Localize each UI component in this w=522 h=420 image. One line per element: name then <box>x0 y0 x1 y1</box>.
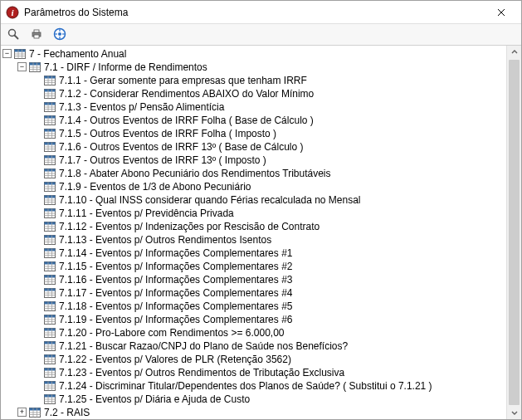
tree-item[interactable]: 7.1.18 - Eventos p/ Informações Compleme… <box>32 300 506 313</box>
svg-rect-136 <box>45 315 56 317</box>
tree-item[interactable]: 7.1.24 - Discriminar Titular/Dependentes… <box>32 379 506 393</box>
tree-item[interactable]: 7.1.6 - Outros Eventos de IRRF 13º ( Bas… <box>32 140 506 154</box>
tree-item[interactable]: 7.1.22 - Eventos p/ Valores de PLR (Rete… <box>32 353 506 366</box>
tree-item[interactable]: 7.1.19 - Eventos p/ Informações Compleme… <box>32 313 506 326</box>
expander-placeholder <box>32 341 41 350</box>
tree-item[interactable]: −7.1 - DIRF / Informe de Rendimentos <box>17 61 506 74</box>
tree-item[interactable]: +7.2 - RAIS <box>17 406 506 419</box>
svg-rect-160 <box>45 368 56 370</box>
tree-item[interactable]: 7.1.20 - Pro-Labore com Rendimentos >= 6… <box>32 326 506 339</box>
client-area: −7 - Fechamento Anual−7.1 - DIRF / Infor… <box>1 46 521 419</box>
scroll-up-button[interactable] <box>507 46 521 60</box>
tree-item-label: 7.1.9 - Eventos de 1/3 de Abono Pecuniár… <box>59 180 251 193</box>
tree-item[interactable]: 7.1.3 - Eventos p/ Pensão Alimentícia <box>32 100 506 114</box>
search-icon <box>7 27 20 41</box>
expand-toggle[interactable]: + <box>17 408 27 417</box>
expander-placeholder <box>32 354 41 364</box>
print-button[interactable] <box>26 24 47 44</box>
expander-placeholder <box>32 328 41 337</box>
help-button[interactable] <box>49 24 71 44</box>
tree-item[interactable]: 7.1.12 - Eventos p/ Indenizações por Res… <box>32 220 506 233</box>
svg-rect-94 <box>45 222 56 224</box>
expander-placeholder <box>32 76 41 85</box>
tree-item-label: 7.1.8 - Abater Abono Pecuniário dos Rend… <box>59 167 331 180</box>
table-icon <box>44 195 56 205</box>
toolbar <box>1 24 521 46</box>
tree-item[interactable]: 7.1.11 - Eventos p/ Previdência Privada <box>32 207 506 220</box>
tree-item[interactable]: 7.1.7 - Outros Eventos de IRRF 13º ( Imp… <box>32 154 506 167</box>
tree-item[interactable]: 7.1.4 - Outros Eventos de IRRF Folha ( B… <box>32 114 506 127</box>
tree-item[interactable]: 7.1.17 - Eventos p/ Informações Compleme… <box>32 286 506 300</box>
collapse-toggle[interactable]: − <box>2 49 12 58</box>
tree-item-label: 7.1.13 - Eventos p/ Outros Rendimentos I… <box>59 233 271 247</box>
tree-item-label: 7.1.3 - Eventos p/ Pensão Alimentícia <box>59 100 224 114</box>
tree-item-label: 7.1.22 - Eventos p/ Valores de PLR (Rete… <box>59 353 291 366</box>
expander-placeholder <box>32 195 41 204</box>
scroll-track[interactable] <box>507 60 521 405</box>
tree-item-label: 7.1.1 - Gerar somente para empresas que … <box>59 74 307 87</box>
collapse-toggle[interactable]: − <box>17 62 27 71</box>
svg-line-5 <box>15 36 18 39</box>
tree-item[interactable]: 7.1.15 - Eventos p/ Informações Compleme… <box>32 260 506 273</box>
window-frame: i Parâmetros do Sistema <box>0 0 522 420</box>
table-icon <box>44 222 56 232</box>
tree-item-label: 7.1.20 - Pro-Labore com Rendimentos >= 6… <box>59 326 285 339</box>
tree-item[interactable]: 7.1.2 - Considerar Rendimentos ABAIXO do… <box>32 87 506 100</box>
tree-item-label: 7.1.12 - Eventos p/ Indenizações por Res… <box>59 220 320 233</box>
scroll-down-button[interactable] <box>507 405 521 419</box>
tree-item[interactable]: −7 - Fechamento Anual <box>2 47 506 61</box>
svg-rect-112 <box>45 261 56 264</box>
expander-placeholder <box>32 168 41 178</box>
svg-rect-52 <box>45 129 56 131</box>
svg-rect-142 <box>45 328 56 330</box>
table-icon <box>44 155 56 165</box>
tree-item[interactable]: 7.1.25 - Eventos p/ Diária e Ajuda de Cu… <box>32 393 506 406</box>
tree-item[interactable]: 7.1.23 - Eventos p/ Outros Rendimentos d… <box>32 366 506 379</box>
tree-item[interactable]: 7.1.13 - Eventos p/ Outros Rendimentos I… <box>32 233 506 247</box>
tree-item[interactable]: 7.1.9 - Eventos de 1/3 de Abono Pecuniár… <box>32 180 506 193</box>
vertical-scrollbar[interactable] <box>506 46 521 419</box>
help-icon <box>53 27 66 41</box>
expander-placeholder <box>32 301 41 310</box>
table-icon <box>44 354 56 364</box>
table-icon <box>44 381 56 391</box>
svg-rect-58 <box>45 142 56 144</box>
tree-view[interactable]: −7 - Fechamento Anual−7.1 - DIRF / Infor… <box>1 46 506 419</box>
tree-item[interactable]: 7.1.16 - Eventos p/ Informações Compleme… <box>32 273 506 286</box>
close-button[interactable] <box>485 1 518 24</box>
svg-rect-40 <box>45 102 56 105</box>
tree-item-label: 7.1.25 - Eventos p/ Diária e Ajuda de Cu… <box>59 393 250 406</box>
tree-item-label: 7.1.21 - Buscar Razao/CNPJ do Plano de S… <box>59 339 348 353</box>
tree-item[interactable]: 7.1.10 - Qual INSS considerar quando Fér… <box>32 193 506 207</box>
expander-placeholder <box>32 155 41 164</box>
table-icon <box>44 76 56 85</box>
tree-item[interactable]: 7.1.21 - Buscar Razao/CNPJ do Plano de S… <box>32 339 506 353</box>
table-icon <box>44 261 56 271</box>
tree-item[interactable]: 7.1.14 - Eventos p/ Informações Compleme… <box>32 247 506 260</box>
table-icon <box>29 62 41 72</box>
app-icon: i <box>6 6 19 19</box>
svg-rect-106 <box>45 248 56 251</box>
svg-rect-100 <box>45 235 56 237</box>
tree-item-label: 7.1.18 - Eventos p/ Informações Compleme… <box>59 300 292 313</box>
svg-rect-16 <box>15 49 26 51</box>
tree-item-label: 7.1.17 - Eventos p/ Informações Compleme… <box>59 286 292 300</box>
tree-item[interactable]: 7.1.1 - Gerar somente para empresas que … <box>32 74 506 87</box>
svg-rect-34 <box>45 89 56 91</box>
tree-item[interactable]: 7.1.8 - Abater Abono Pecuniário dos Rend… <box>32 167 506 180</box>
svg-rect-7 <box>34 30 39 32</box>
titlebar: i Parâmetros do Sistema <box>1 1 521 24</box>
tree-item[interactable]: 7.1.5 - Outros Eventos de IRRF Folha ( I… <box>32 127 506 140</box>
table-icon <box>44 208 56 218</box>
table-icon <box>44 394 56 404</box>
scroll-thumb[interactable] <box>509 60 520 405</box>
table-icon <box>44 301 56 311</box>
tree-item-label: 7.1.4 - Outros Eventos de IRRF Folha ( B… <box>59 114 314 127</box>
search-button[interactable] <box>2 24 24 44</box>
tree-item-label: 7.1.14 - Eventos p/ Informações Compleme… <box>59 247 292 260</box>
expander-placeholder <box>32 129 41 138</box>
table-icon <box>44 168 56 178</box>
table-icon <box>44 248 56 258</box>
table-icon <box>44 142 56 152</box>
table-icon <box>44 115 56 125</box>
